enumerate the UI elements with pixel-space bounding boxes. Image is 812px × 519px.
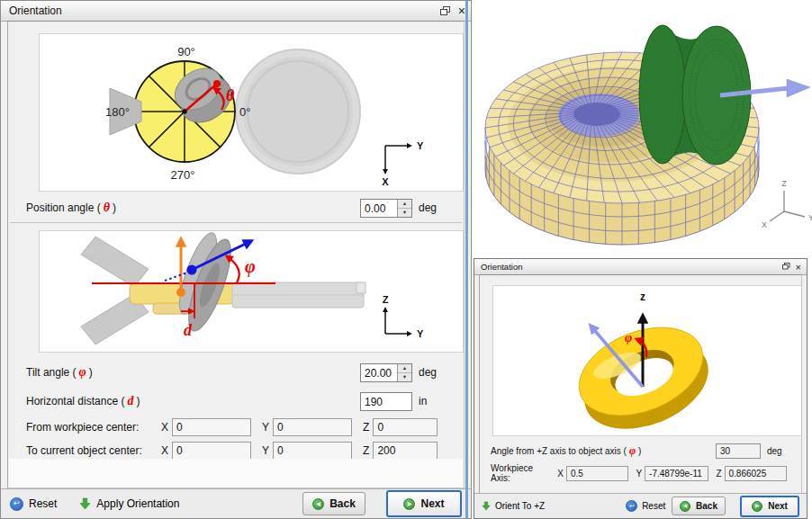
- phi-label: φ: [245, 256, 256, 277]
- to-center-y-field[interactable]: 0: [273, 442, 352, 460]
- xy-axis-indicator: [385, 146, 411, 173]
- z-label: Z: [363, 444, 369, 457]
- close-icon[interactable]: ×: [458, 4, 465, 18]
- dialog-content: θ 90° 180° 0° 270° Y X Position angle ( …: [7, 21, 465, 488]
- axis-y-label: Y: [417, 328, 424, 339]
- phi-label: φ: [625, 331, 632, 345]
- horizontal-distance-input[interactable]: 190: [360, 392, 412, 411]
- axis-y-label: Y: [417, 140, 424, 151]
- tilt-angle-label: Tilt angle (: [26, 366, 77, 379]
- angle-from-z-label: Angle from +Z axis to object axis (: [491, 446, 627, 456]
- dialog-toolbar: ↩ Reset Apply Orientation ◀ Back ▶ Next: [1, 488, 471, 518]
- angle-from-z-row: Angle from +Z axis to object axis ( φ ) …: [480, 439, 801, 462]
- reset-button[interactable]: ↩ Reset: [10, 497, 57, 511]
- workpiece-axis-y-field[interactable]: -7.48799e-11: [645, 466, 708, 481]
- spinner-buttons: ▲ ▼: [397, 200, 411, 217]
- z-axis-label: z: [640, 291, 645, 303]
- workpiece-axis-x-field[interactable]: 0.5: [566, 466, 628, 481]
- content-filler: [9, 459, 463, 488]
- y-label: Y: [262, 444, 269, 457]
- to-center-x-field[interactable]: 0: [172, 442, 251, 460]
- to-center-z-field[interactable]: 200: [373, 442, 438, 460]
- triad-y-label: Y: [808, 213, 812, 222]
- dialog-titlebar: Orientation ×: [1, 1, 471, 22]
- d-label: d: [184, 321, 193, 339]
- x-label: X: [161, 444, 168, 457]
- next-button[interactable]: ▶ Next: [740, 496, 799, 517]
- dialog-toolbar: Orient To +Z ↩ Reset ◀ Back ▶ Next: [474, 493, 807, 518]
- from-center-y-field[interactable]: 0: [273, 418, 352, 436]
- tilt-preview-diagram: z φ: [492, 285, 802, 436]
- dialog-title: Orientation: [481, 262, 782, 272]
- dialog-title: Orientation: [9, 4, 440, 17]
- next-button[interactable]: ▶ Next: [386, 490, 462, 517]
- to-center-label: To current object center:: [26, 444, 161, 457]
- reset-icon: ↩: [626, 500, 637, 512]
- back-arrow-icon: ◀: [680, 501, 690, 512]
- orient-down-arrow-icon: [482, 501, 491, 511]
- from-workpiece-center-row: From workpiece center: X 0 Y 0 Z 0: [8, 416, 464, 439]
- 3d-viewport[interactable]: Z Y X: [472, 0, 812, 258]
- tilt-angle-diagram: φ d Z Y: [39, 230, 464, 353]
- workpiece-axis-row: Workpiece Axis: X 0.5 Y -7.48799e-11 Z 0…: [480, 462, 801, 484]
- position-angle-spinner[interactable]: 0.00 ▲ ▼: [360, 199, 412, 218]
- back-button[interactable]: ◀ Back: [672, 497, 726, 515]
- from-center-x-field[interactable]: 0: [172, 418, 251, 436]
- back-arrow-icon: ◀: [312, 498, 324, 510]
- from-center-z-field[interactable]: 0: [373, 418, 438, 436]
- spin-down-icon[interactable]: ▼: [398, 373, 411, 381]
- orientation-dialog: Orientation ×: [0, 0, 472, 519]
- label-180: 180°: [105, 105, 130, 119]
- orient-to-z-button[interactable]: Orient To +Z: [482, 501, 545, 511]
- workpiece-axis-z-field[interactable]: 0.866025: [725, 466, 787, 481]
- horizontal-distance-row: Horizontal distance ( d ) 190 in: [8, 387, 464, 416]
- spinner-buttons: ▲ ▼: [397, 364, 411, 381]
- tilt-angle-spinner[interactable]: 20.00 ▲ ▼: [360, 363, 412, 382]
- wheel-arbor-side-view: [232, 282, 365, 308]
- position-angle-row: Position angle ( θ ) 0.00 ▲ ▼ deg: [8, 193, 464, 222]
- position-angle-label: Position angle (: [26, 201, 101, 214]
- tilt-angle-row: Tilt angle ( φ ) 20.00 ▲ ▼ deg: [8, 358, 464, 387]
- x-label: X: [161, 421, 168, 434]
- phi-symbol: φ: [77, 365, 89, 380]
- apply-orientation-button[interactable]: Apply Orientation: [79, 497, 179, 510]
- spin-down-icon[interactable]: ▼: [398, 209, 411, 217]
- reset-button[interactable]: ↩ Reset: [626, 500, 665, 512]
- next-arrow-icon: ▶: [752, 501, 762, 512]
- dialog-titlebar: Orientation ×: [474, 259, 807, 275]
- y-label: Y: [636, 469, 642, 479]
- apply-down-arrow-icon: [79, 497, 91, 510]
- back-button[interactable]: ◀ Back: [302, 492, 365, 515]
- workpiece-axis-label: Workpiece Axis:: [491, 463, 550, 483]
- from-center-label: From workpiece center:: [26, 421, 161, 434]
- tilt-angle-value[interactable]: 20.00: [361, 364, 397, 381]
- spin-up-icon[interactable]: ▲: [398, 200, 411, 209]
- close-icon[interactable]: ×: [796, 262, 801, 273]
- label-270: 270°: [171, 168, 195, 182]
- zy-axis-indicator: [385, 309, 411, 334]
- y-label: Y: [262, 421, 269, 434]
- d-symbol: d: [124, 394, 136, 408]
- phi-symbol: φ: [627, 444, 638, 458]
- angle-from-z-input[interactable]: 30: [716, 443, 761, 459]
- dialog-edge-accent: [465, 1, 468, 518]
- viewport-axis-triad: [770, 191, 805, 221]
- z-label: Z: [716, 469, 721, 479]
- horizontal-distance-label: Horizontal distance (: [26, 395, 124, 407]
- theta-symbol: θ: [101, 201, 113, 215]
- position-angle-value[interactable]: 0.00: [361, 200, 397, 217]
- section-separator: [10, 222, 462, 223]
- orientation-dialog-secondary: Orientation × z φ Angle from +Z axis to …: [474, 258, 807, 519]
- tilt-angle-unit: deg: [419, 366, 442, 379]
- z-label: Z: [363, 421, 369, 434]
- position-angle-unit: deg: [419, 201, 442, 214]
- triad-x-label: X: [762, 220, 767, 229]
- float-icon[interactable]: [440, 6, 451, 16]
- label-90: 90°: [177, 45, 195, 58]
- spin-up-icon[interactable]: ▲: [398, 364, 411, 373]
- axis-z-label: Z: [383, 294, 389, 305]
- horizontal-distance-unit: in: [419, 395, 442, 407]
- float-icon[interactable]: [782, 263, 790, 271]
- triad-z-label: Z: [781, 179, 787, 188]
- theta-label: θ: [226, 86, 235, 104]
